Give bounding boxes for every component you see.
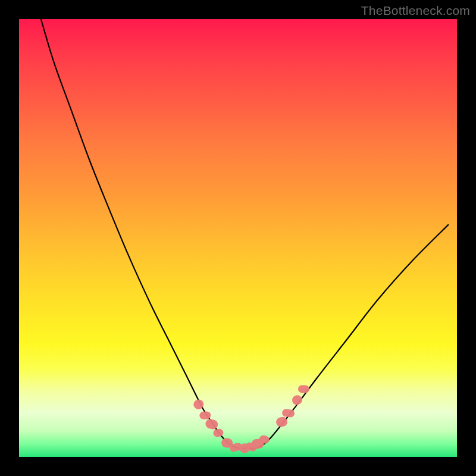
svg-rect-2 — [205, 418, 219, 430]
svg-rect-12 — [291, 394, 303, 406]
svg-rect-3 — [212, 428, 224, 437]
chart-frame: TheBottleneck.com — [0, 0, 476, 476]
chart-svg — [19, 19, 457, 457]
svg-rect-13 — [298, 385, 309, 393]
watermark-text: TheBottleneck.com — [361, 4, 470, 18]
plot-area — [19, 19, 457, 457]
curve-markers — [192, 385, 309, 453]
bottleneck-curve — [41, 19, 449, 449]
svg-rect-1 — [199, 411, 211, 419]
